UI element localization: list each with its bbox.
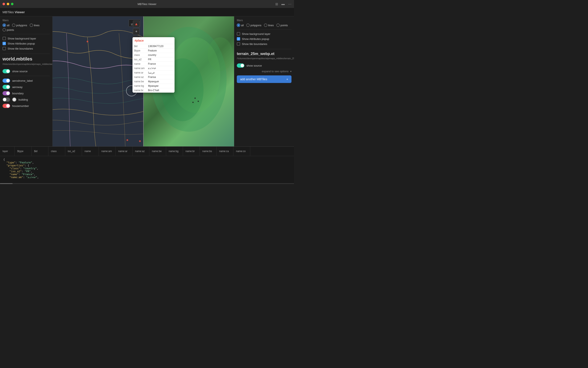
north-button[interactable]: ▲ xyxy=(133,21,140,27)
popup-row: name:azFransa xyxy=(133,75,174,79)
layer-aeroway: aeroway xyxy=(2,85,50,89)
checkbox-tile-right[interactable] xyxy=(237,42,240,46)
table-column-name-az[interactable]: name:az xyxy=(133,147,149,156)
checkbox-background-right[interactable] xyxy=(237,32,240,36)
filter-all-right[interactable]: all xyxy=(237,24,244,27)
sidebar-right: filters all polygons lines points xyxy=(234,16,294,147)
popup-row: $id13639477120 xyxy=(133,44,174,48)
app-title: MBTiles Viewer xyxy=(2,10,25,14)
table-column-name-co[interactable]: name:co xyxy=(233,147,250,156)
right-file-path: /Volumes/dev/openmaptiles/alpimaps_mbtil… xyxy=(237,57,291,60)
radio-all-left[interactable] xyxy=(2,24,6,27)
radio-points-left[interactable] xyxy=(2,28,6,31)
sidebar-left: filters all polygons lines points xyxy=(0,16,53,147)
show-source-toggle-right[interactable] xyxy=(237,64,244,68)
popup-row: name:amፈረንሳይ xyxy=(133,66,174,71)
filter-points-left[interactable]: points xyxy=(2,28,14,31)
expand-options-row[interactable]: expand to see options ▾ xyxy=(237,70,291,73)
app-body: MBTiles Viewer filters all polygons line… xyxy=(0,8,294,184)
radio-lines-left[interactable] xyxy=(30,24,33,27)
add-mbtiles-button[interactable]: add another MBTiles + xyxy=(237,75,291,83)
popup-row: name:bgФранции xyxy=(133,84,174,88)
maximize-button[interactable] xyxy=(11,3,13,5)
table-column-name-ar[interactable]: name:ar xyxy=(116,147,133,156)
traffic-lights xyxy=(2,3,13,5)
svg-point-0 xyxy=(87,41,88,42)
filters-label-right: filters xyxy=(237,19,291,22)
right-file-name: terrain_25m_webp.et xyxy=(237,52,291,56)
filter-points-right[interactable]: points xyxy=(276,24,288,27)
show-source-row-left: show source xyxy=(2,69,50,73)
popup-row: classcountry xyxy=(133,53,174,57)
show-background-left[interactable]: Show background layer xyxy=(2,37,50,40)
separator-r1 xyxy=(237,29,291,30)
table-column-name-bs[interactable]: name:bs xyxy=(200,147,217,156)
split-icon[interactable]: ▬ xyxy=(281,2,285,6)
radio-all-right[interactable] xyxy=(237,24,240,27)
map-vector-overlay xyxy=(53,16,144,147)
table-column--id[interactable]: $id xyxy=(31,147,48,156)
filter-polygons-left[interactable]: polygons xyxy=(12,24,27,27)
layer-list-left: aerodrome_label aeroway boundary xyxy=(2,79,50,108)
toggle-knob xyxy=(3,98,6,101)
table-column-name-am[interactable]: name:am xyxy=(99,147,116,156)
table-column-iso-a2[interactable]: iso_a2 xyxy=(65,147,82,156)
checkbox-tile-left[interactable] xyxy=(2,47,6,50)
checkbox-background-left[interactable] xyxy=(2,37,6,40)
popup-table: $id13639477120$typeFeatureclasscountryis… xyxy=(133,44,174,93)
toggle-aeroway[interactable] xyxy=(2,85,10,89)
table-column-name[interactable]: name xyxy=(82,147,99,156)
json-viewer: { "type": "Feature", "properties": { "cl… xyxy=(0,156,294,183)
layer-aerodrome: aerodrome_label xyxy=(2,79,50,83)
checkbox-attributes-right[interactable] xyxy=(237,37,240,41)
table-column--type[interactable]: $type xyxy=(15,147,31,156)
show-source-toggle-left[interactable] xyxy=(2,69,10,73)
header-bar: MBTiles Viewer xyxy=(0,8,294,16)
content-area: filters all polygons lines points xyxy=(0,16,294,147)
toggle-aerodrome[interactable] xyxy=(2,79,10,83)
scroll-thumb[interactable] xyxy=(0,183,13,184)
map-area[interactable]: 4.8 100 km ▲ + − #place $id13639477120$t… xyxy=(53,16,234,147)
table-column-name-bg[interactable]: name:bg xyxy=(166,147,183,156)
panels-icon[interactable]: ⊞ xyxy=(275,2,278,6)
table-column-name-be[interactable]: name:be xyxy=(149,147,166,156)
filter-all-left[interactable]: all xyxy=(2,24,10,27)
filter-polygons-right[interactable]: polygons xyxy=(246,24,261,27)
titlebar: MBTiles Viewer ⊞ ▬ ⋯ xyxy=(0,0,294,8)
show-attributes-left[interactable]: Show Attributes popup xyxy=(2,42,50,45)
toggle-housenumber[interactable] xyxy=(2,104,10,108)
toggle-boundary[interactable] xyxy=(2,91,10,95)
popup-row: name:arفرنسا xyxy=(133,71,174,75)
table-column-layer[interactable]: layer xyxy=(0,147,15,156)
table-column-name-ca[interactable]: name:ca xyxy=(217,147,233,156)
titlebar-icons: ⊞ ▬ ⋯ xyxy=(275,2,291,6)
table-column-class[interactable]: class xyxy=(48,147,65,156)
radio-points-right[interactable] xyxy=(276,24,280,27)
radio-lines-right[interactable] xyxy=(264,24,267,27)
scroll-indicator xyxy=(0,183,294,184)
grid-icon[interactable]: ⋯ xyxy=(288,2,291,6)
layer-housenumber: housenumber xyxy=(2,104,50,108)
zoom-in-button[interactable]: + xyxy=(133,28,140,35)
show-tile-boundaries-right[interactable]: Show tile boundaries xyxy=(237,42,291,46)
checkbox-attributes-left[interactable] xyxy=(2,42,6,45)
filter-lines-left[interactable]: lines xyxy=(30,24,39,27)
bottom-table: layer$type$idclassiso_a2namename:amname:… xyxy=(0,147,294,156)
map-left[interactable] xyxy=(53,16,144,147)
show-attributes-right[interactable]: Show Attributes popup xyxy=(237,37,291,41)
minimize-button[interactable] xyxy=(7,3,9,5)
show-tile-boundaries-left[interactable]: Show tile boundaries xyxy=(2,47,50,50)
toggle-building[interactable] xyxy=(2,97,10,102)
filter-lines-right[interactable]: lines xyxy=(264,24,274,27)
show-background-right[interactable]: Show background layer xyxy=(237,32,291,36)
popup-row: nameFrance xyxy=(133,62,174,66)
close-button[interactable] xyxy=(2,3,5,5)
filters-label-left: filters xyxy=(2,19,50,22)
filter-radio-group-right: all polygons lines points xyxy=(237,24,291,27)
popup-row: $typeFeature xyxy=(133,48,174,53)
table-column-name-br[interactable]: name:br xyxy=(183,147,200,156)
chevron-down-icon: ▾ xyxy=(290,70,291,73)
radio-polygons-left[interactable] xyxy=(12,24,15,27)
radio-polygons-right[interactable] xyxy=(246,24,250,27)
toggle-knob xyxy=(6,104,10,108)
